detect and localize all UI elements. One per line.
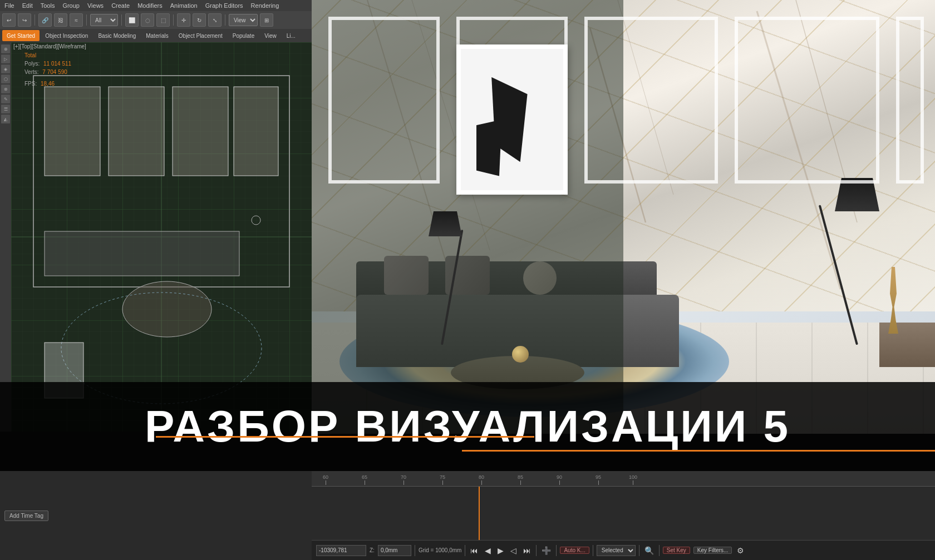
wall-frame-1 bbox=[328, 17, 440, 184]
selected-dropdown[interactable]: Selected bbox=[597, 545, 636, 556]
lt-icon-3[interactable]: ◈ bbox=[1, 65, 10, 73]
unlink-button[interactable]: ⛓ bbox=[54, 13, 67, 27]
ruler-tick-100: 100 bbox=[629, 474, 637, 485]
search-icon[interactable]: 🔍 bbox=[643, 546, 656, 555]
svg-point-11 bbox=[122, 281, 211, 337]
settings-icon[interactable]: ⚙ bbox=[735, 546, 746, 555]
filter-dropdown[interactable]: All bbox=[90, 14, 118, 26]
lt-icon-7[interactable]: ☰ bbox=[1, 105, 10, 113]
render-area bbox=[312, 0, 935, 434]
timeline-playhead[interactable] bbox=[479, 487, 480, 540]
tab-li[interactable]: Li... bbox=[282, 30, 300, 41]
auto-key-button[interactable]: Auto K... bbox=[560, 547, 589, 554]
ruler-tick-90: 90 bbox=[557, 474, 562, 485]
tab-object-placement[interactable]: Object Placement bbox=[174, 30, 227, 41]
timeline-bar: 60 65 70 75 80 85 90 95 bbox=[312, 471, 935, 560]
link-button[interactable]: 🔗 bbox=[38, 13, 52, 27]
tab-object-inspection[interactable]: Object Inspection bbox=[41, 30, 92, 41]
ruler-tick-85: 85 bbox=[518, 474, 523, 485]
ruler-tick-60: 60 bbox=[323, 474, 328, 485]
viewport-left[interactable]: [+][Top][Standard][Wireframe] Total Poly… bbox=[11, 42, 312, 432]
lt-icon-5[interactable]: ⊗ bbox=[1, 85, 10, 93]
ruler-tick-65: 65 bbox=[362, 474, 367, 485]
toolbar-separator-1 bbox=[35, 14, 35, 26]
z-label: Z: bbox=[370, 547, 375, 553]
scale-button[interactable]: ⤡ bbox=[208, 13, 222, 27]
ribbon: Get Started Object Inspection Basic Mode… bbox=[0, 29, 312, 42]
main-title: РАЗБОР ВИЗУАЛИЗАЦИИ 5 bbox=[145, 401, 790, 452]
toolbar-separator-2 bbox=[86, 14, 87, 26]
tab-basic-modeling[interactable]: Basic Modeling bbox=[94, 30, 140, 41]
key-filters-button[interactable]: Key Filters... bbox=[693, 547, 732, 554]
sideboard bbox=[879, 323, 935, 367]
tab-materials[interactable]: Materials bbox=[141, 30, 173, 41]
wall-frame-4 bbox=[735, 17, 879, 184]
rotate-button[interactable]: ↻ bbox=[193, 13, 206, 27]
title-band: РАЗБОР ВИЗУАЛИЗАЦИИ 5 bbox=[0, 382, 935, 471]
z-input[interactable] bbox=[378, 545, 411, 556]
viewport-label: [+][Top][Standard][Wireframe] bbox=[13, 43, 86, 49]
menu-create[interactable]: Create bbox=[111, 2, 130, 9]
lt-icon-8[interactable]: ◭ bbox=[1, 115, 10, 123]
play-reverse-button[interactable]: ◁ bbox=[509, 546, 518, 555]
menu-views[interactable]: Views bbox=[87, 2, 104, 9]
grid-label: Grid = 1000,0mm bbox=[419, 547, 462, 553]
lt-icon-4[interactable]: ⬡ bbox=[1, 75, 10, 83]
menu-modifiers[interactable]: Modifiers bbox=[137, 2, 163, 9]
ctrl-separator-7 bbox=[659, 545, 660, 556]
ruler-tick-80: 80 bbox=[479, 474, 484, 485]
ctrl-separator-1 bbox=[415, 545, 415, 556]
svg-rect-6 bbox=[45, 87, 100, 176]
move-button[interactable]: ✛ bbox=[177, 13, 190, 27]
timeline-tracks[interactable] bbox=[312, 487, 935, 540]
floor-lamp-left bbox=[434, 206, 451, 345]
add-key-button[interactable]: ➕ bbox=[540, 546, 553, 555]
view-dropdown[interactable]: View bbox=[229, 14, 258, 26]
set-key-button[interactable]: Set Key bbox=[663, 547, 690, 554]
timeline-controls: Z: Grid = 1000,0mm ⏮ ◀ ▶ ◁ ⏭ ➕ Auto K...… bbox=[312, 540, 935, 560]
menu-tools[interactable]: Tools bbox=[41, 2, 55, 9]
ctrl-separator-5 bbox=[593, 545, 593, 556]
bind-button[interactable]: ≈ bbox=[70, 13, 83, 27]
menu-rendering[interactable]: Rendering bbox=[251, 2, 279, 9]
wall-frame-5 bbox=[896, 17, 924, 184]
lt-icon-1[interactable]: ⊕ bbox=[1, 44, 10, 53]
select-lasso-button[interactable]: ◌ bbox=[141, 13, 154, 27]
art-abstract-content bbox=[461, 49, 563, 190]
viewport-bottom-controls: Add Time Tag bbox=[0, 471, 312, 560]
toolbar-separator-5 bbox=[225, 14, 225, 26]
tab-populate[interactable]: Populate bbox=[228, 30, 259, 41]
add-time-tag-button[interactable]: Add Time Tag bbox=[4, 511, 48, 521]
toolbar-separator-4 bbox=[173, 14, 174, 26]
menu-edit[interactable]: Edit bbox=[22, 2, 33, 9]
menu-graph-editors[interactable]: Graph Editors bbox=[205, 2, 243, 9]
redo-button[interactable]: ↪ bbox=[18, 13, 31, 27]
toolbar-separator-3 bbox=[121, 14, 122, 26]
menu-file[interactable]: File bbox=[4, 2, 14, 9]
viewport-objects bbox=[11, 42, 312, 432]
prev-frame-button[interactable]: ◀ bbox=[483, 546, 493, 555]
svg-rect-9 bbox=[234, 87, 278, 176]
go-end-button[interactable]: ⏭ bbox=[521, 546, 533, 555]
play-button[interactable]: ▶ bbox=[496, 546, 505, 555]
table-sphere bbox=[512, 346, 529, 363]
lt-icon-2[interactable]: ▷ bbox=[1, 54, 10, 63]
menu-animation[interactable]: Animation bbox=[170, 2, 198, 9]
tab-get-started[interactable]: Get Started bbox=[2, 30, 40, 41]
undo-button[interactable]: ↩ bbox=[2, 13, 16, 27]
select-rect-button[interactable]: ⬜ bbox=[125, 13, 139, 27]
timeline-ruler: 60 65 70 75 80 85 90 95 bbox=[312, 471, 935, 487]
select-fence-button[interactable]: ⬚ bbox=[156, 13, 170, 27]
floor-lamp bbox=[846, 178, 868, 345]
snap-button[interactable]: ⊞ bbox=[260, 13, 273, 27]
ctrl-separator-4 bbox=[556, 545, 557, 556]
menu-group[interactable]: Group bbox=[62, 2, 80, 9]
tab-view[interactable]: View bbox=[260, 30, 281, 41]
menu-bar: File Edit Tools Group Views Create Modif… bbox=[0, 0, 312, 11]
frame-input[interactable] bbox=[316, 545, 366, 556]
svg-point-13 bbox=[252, 216, 260, 225]
ruler-tick-95: 95 bbox=[596, 474, 601, 485]
svg-rect-7 bbox=[109, 87, 164, 176]
go-start-button[interactable]: ⏮ bbox=[469, 546, 480, 555]
lt-icon-6[interactable]: ✎ bbox=[1, 95, 10, 103]
